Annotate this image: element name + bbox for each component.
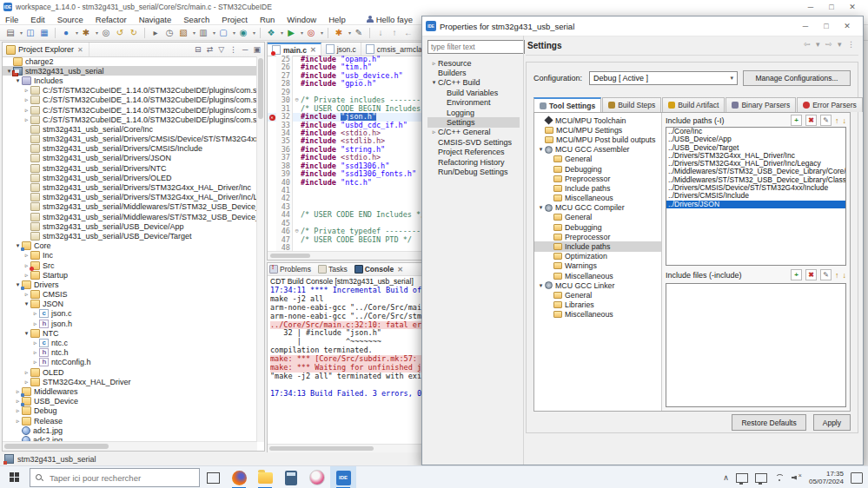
- tree-item[interactable]: OLED: [3, 367, 257, 377]
- menu-item[interactable]: Window: [287, 15, 316, 24]
- taskbar-search[interactable]: [30, 468, 200, 487]
- delete-path-icon[interactable]: ✖: [805, 115, 817, 126]
- tree-item[interactable]: Middlewares: [3, 386, 257, 396]
- new-icon[interactable]: ▤: [4, 27, 17, 39]
- tool-tree-item[interactable]: Warnings: [534, 261, 661, 271]
- firefox-button[interactable]: [226, 466, 252, 488]
- add-path-icon[interactable]: +: [791, 115, 802, 126]
- include-path-item[interactable]: ../USB_Device/Target: [666, 144, 845, 152]
- undo-icon[interactable]: ↺: [114, 27, 126, 39]
- include-path-item[interactable]: ../Middlewares/ST/STM32_USB_Device_Libra…: [666, 176, 845, 184]
- close-icon[interactable]: ✕: [77, 46, 83, 54]
- tree-item[interactable]: Startup: [3, 270, 257, 280]
- collapse-all-icon[interactable]: ⊟: [195, 45, 202, 54]
- tree-item[interactable]: STM32G4xx_HAL_Driver: [3, 377, 257, 386]
- tree-item[interactable]: stm32g431_usb_serial/Drivers/STM32G4xx_H…: [3, 193, 257, 202]
- tree-item[interactable]: C:/ST/STM32CubeIDE_1.14.0/STM32CubeIDE/p…: [3, 96, 257, 105]
- console-horizontal-scrollbar[interactable]: [268, 444, 422, 452]
- add-file-icon[interactable]: +: [791, 269, 802, 280]
- code-line[interactable]: 42: [268, 195, 422, 202]
- minimize-icon[interactable]: ─: [800, 3, 821, 11]
- include-path-item[interactable]: ../Drivers/JSON: [666, 201, 845, 208]
- nav-item[interactable]: Build Variables: [427, 88, 520, 97]
- code-line[interactable]: 27#include "usb_device.h": [268, 72, 422, 80]
- nav-item[interactable]: Resource: [427, 58, 520, 68]
- move-up-icon[interactable]: ↑: [835, 116, 839, 125]
- filter-input[interactable]: [427, 40, 525, 54]
- calculator-button[interactable]: [278, 466, 304, 488]
- tool-tree-item[interactable]: Miscellaneous: [534, 194, 661, 203]
- expander-icon[interactable]: [14, 77, 22, 84]
- expander-icon[interactable]: [31, 320, 39, 327]
- maximize-view-icon[interactable]: ▣: [253, 45, 261, 54]
- tool-tree-item[interactable]: MCU GCC Linker: [534, 280, 661, 290]
- nav-item[interactable]: Refactoring History: [427, 157, 520, 167]
- editor-horizontal-scrollbar[interactable]: [268, 251, 422, 260]
- close-icon[interactable]: ✕: [310, 46, 316, 54]
- tree-item[interactable]: stm32g431_usb_serial/Drivers/CMSIS/Devic…: [3, 135, 257, 144]
- expander-icon[interactable]: [23, 116, 30, 123]
- tree-item[interactable]: C:/ST/STM32CubeIDE_1.14.0/STM32CubeIDE/p…: [3, 86, 257, 96]
- tray-expand-icon[interactable]: ∧: [723, 473, 729, 482]
- tool-tree-item[interactable]: MCU GCC Compiler: [534, 203, 661, 213]
- code-line[interactable]: 28#include "gpio.h": [268, 80, 422, 88]
- code-line[interactable]: 26#include "tim.h": [268, 63, 422, 71]
- nav-item[interactable]: Project References: [427, 148, 520, 157]
- browser-icon[interactable]: ●: [60, 27, 72, 39]
- menu-item[interactable]: Help: [328, 15, 346, 24]
- tool-tree-item[interactable]: MCU/MPU Settings: [534, 125, 661, 135]
- annotate-icon[interactable]: ✎: [353, 27, 365, 39]
- tree-item[interactable]: stm32g431_usb_serial/Drivers/CMSIS/Inclu…: [3, 144, 257, 154]
- view-menu-icon[interactable]: ⋮: [229, 45, 237, 54]
- menu-item[interactable]: File: [5, 15, 18, 24]
- tab-project-explorer[interactable]: Project Explorer ✕: [6, 43, 89, 56]
- tree-item[interactable]: stm32g431_usb_serial/Middlewares/ST/STM3…: [3, 202, 257, 212]
- tab-problems[interactable]: Problems: [269, 265, 311, 274]
- nav-item[interactable]: Settings: [427, 117, 520, 127]
- include-path-item[interactable]: ../Drivers/CMSIS/Device/ST/STM32G4xx/Inc…: [666, 184, 845, 192]
- display-icon[interactable]: [736, 473, 748, 483]
- filter-icon[interactable]: ▽: [218, 45, 224, 54]
- tree-item[interactable]: stm32g431_usb_serial/USB_Device/Target: [3, 231, 257, 241]
- nav-item[interactable]: C/C++ Build: [427, 78, 520, 88]
- code-line[interactable]: ✕32#include "json.h": [268, 113, 422, 121]
- tree-item[interactable]: Core: [3, 241, 257, 251]
- code-line[interactable]: 37#include <stdio.h>: [268, 154, 422, 162]
- delete-file-icon[interactable]: ✖: [805, 269, 817, 280]
- tree-item[interactable]: charge2: [3, 56, 257, 66]
- gcc-icon[interactable]: ◉: [237, 27, 249, 39]
- next-annotation-icon[interactable]: ↓: [374, 27, 387, 39]
- tool-tree-item[interactable]: Include paths: [534, 241, 661, 251]
- tab-json-c[interactable]: json.c: [321, 43, 361, 56]
- tree-item[interactable]: Includes: [3, 76, 257, 85]
- code-line[interactable]: 41: [268, 187, 422, 195]
- code-lines[interactable]: 25#include "opamp.h"26#include "tim.h"27…: [268, 56, 422, 252]
- menu-item[interactable]: Search: [183, 15, 209, 24]
- apply-button[interactable]: Apply: [813, 414, 851, 431]
- expander-icon[interactable]: [14, 407, 22, 414]
- dialog-close-icon[interactable]: ✕: [837, 22, 858, 30]
- user-chip[interactable]: Hello faye: [367, 15, 413, 24]
- paint-button[interactable]: [304, 466, 330, 488]
- open-element-icon[interactable]: ◎: [100, 27, 112, 39]
- menu-item[interactable]: Edit: [30, 15, 44, 24]
- include-path-item[interactable]: ../Core/Inc: [666, 128, 845, 135]
- code-line[interactable]: 44/* USER CODE END Includes */: [268, 211, 422, 219]
- select-tool-icon[interactable]: ▸: [149, 27, 162, 39]
- include-path-item[interactable]: ../Middlewares/ST/STM32_USB_Device_Libra…: [666, 168, 845, 175]
- tool-tree-item[interactable]: Debugging: [534, 222, 661, 232]
- expander-icon[interactable]: [430, 60, 438, 67]
- tree-item[interactable]: ntcConfig.h: [3, 358, 257, 367]
- task-view-button[interactable]: [200, 466, 226, 488]
- separator-icon[interactable]: [55, 28, 56, 38]
- file-explorer-button[interactable]: [252, 466, 278, 488]
- code-line[interactable]: 38#include "ssd1306.h": [268, 162, 422, 170]
- code-line[interactable]: 47/* USER CODE BEGIN PTD */: [268, 236, 422, 244]
- save-icon[interactable]: ◫: [24, 27, 36, 39]
- tool-tree-item[interactable]: Optimization: [534, 252, 661, 261]
- edit-file-icon[interactable]: ✎: [820, 269, 832, 280]
- fold-icon[interactable]: ⊖: [293, 228, 301, 235]
- tool-tree-item[interactable]: Preprocessor: [534, 174, 661, 183]
- tab-main-c[interactable]: main.c ✕: [268, 43, 321, 56]
- run-icon[interactable]: ▶: [285, 27, 297, 39]
